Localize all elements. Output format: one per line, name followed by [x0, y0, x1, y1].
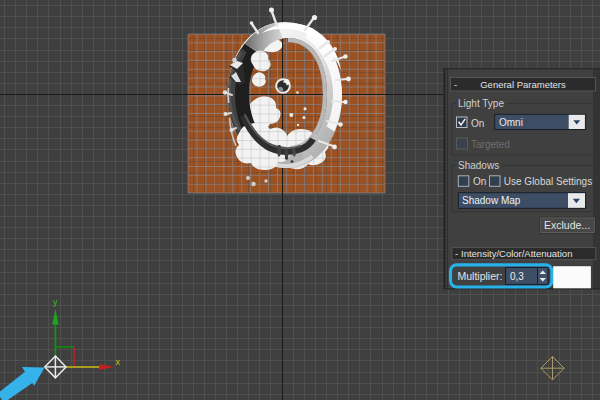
svg-text:General Parameters: General Parameters — [480, 79, 566, 90]
svg-text:-: - — [454, 79, 457, 90]
svg-text:Light Type: Light Type — [458, 98, 504, 109]
svg-text:Targeted: Targeted — [471, 139, 510, 150]
svg-text:Exclude...: Exclude... — [544, 219, 590, 231]
svg-text:Shadows: Shadows — [458, 160, 499, 171]
svg-text:Shadow Map: Shadow Map — [462, 195, 521, 206]
svg-text:On: On — [473, 176, 486, 187]
svg-text:x: x — [116, 357, 121, 367]
svg-text:0,3: 0,3 — [510, 271, 524, 282]
svg-text:Use Global Settings: Use Global Settings — [504, 176, 592, 187]
svg-text:Multiplier:: Multiplier: — [458, 270, 503, 282]
svg-text:-: - — [455, 248, 458, 259]
svg-text:Intensity/Color/Attenuation: Intensity/Color/Attenuation — [461, 248, 572, 259]
svg-text:Omni: Omni — [499, 117, 523, 128]
svg-text:On: On — [471, 118, 484, 129]
svg-text:y: y — [53, 297, 58, 307]
